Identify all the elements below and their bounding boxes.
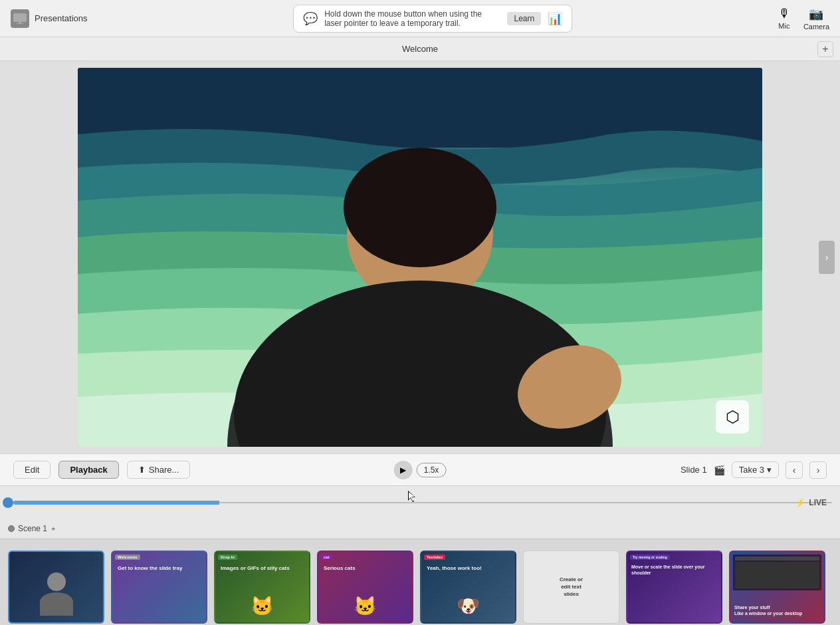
slide-item-5[interactable]: Textideo Yeah, those work too! 🐶 🎬 5 <box>420 551 516 626</box>
lightning-icon: ⚡ <box>795 498 805 507</box>
play-button[interactable]: ▶ <box>394 461 413 479</box>
presentations-icon <box>11 9 29 28</box>
camera-icon: 📷 <box>809 7 823 21</box>
slide-item-7[interactable]: Try moving or scaling Move or scale the … <box>626 551 722 626</box>
scene-label: Scene 1 <box>18 524 47 533</box>
top-bar: Presentations 💬 Hold down the mouse butt… <box>0 0 840 37</box>
top-bar-controls: 🎙 Mic 📷 Camera <box>778 7 829 31</box>
tab-1[interactable] <box>7 47 25 52</box>
slide-thumb-5[interactable]: Textideo Yeah, those work too! 🐶 <box>420 551 516 624</box>
share-button[interactable]: ⬆ Share... <box>127 461 191 479</box>
prev-slide-button[interactable]: ‹ <box>786 461 803 479</box>
slide-tray: 🎬 1. Presenter Only Welcomes Get to know… <box>0 539 840 625</box>
slide-thumb-8[interactable]: Share your stuffLike a window or your de… <box>729 551 825 624</box>
3d-cube-icon: ⬡ <box>716 400 749 434</box>
svg-rect-0 <box>13 13 27 22</box>
slide-6-text: Create oredit textslides <box>560 576 583 598</box>
chat-icon: 💬 <box>303 11 318 26</box>
scene-bar: Scene 1 ✦ <box>0 519 840 539</box>
slide-thumb-7[interactable]: Try moving or scaling Move or scale the … <box>626 551 722 624</box>
timeline-progress <box>13 501 219 505</box>
chart-icon: 📊 <box>548 11 562 26</box>
playback-controls: ▶ 1.5x <box>394 461 447 479</box>
next-slide-button[interactable]: › <box>809 461 827 479</box>
hint-banner: 💬 Hold down the mouse button when using … <box>293 5 572 33</box>
app-title: Presentations <box>35 13 88 23</box>
tab-3[interactable] <box>44 47 62 52</box>
speed-button[interactable]: 1.5x <box>417 463 447 477</box>
scene-edit-hint[interactable]: ✦ <box>51 525 56 533</box>
slide-item-6[interactable]: Create oredit textslides 6 <box>523 551 619 626</box>
live-indicator: ⚡ LIVE <box>795 498 827 507</box>
slide-info: Slide 1 <box>681 465 707 475</box>
slide-thumb-2[interactable]: Welcomes Get to know the slide tray <box>111 551 207 624</box>
svg-rect-2 <box>17 23 23 24</box>
wave-svg <box>78 68 762 447</box>
playback-button[interactable]: Playback <box>58 461 118 479</box>
toolbar-right: Slide 1 🎬 Take 3 ▾ ‹ › <box>681 461 827 479</box>
take-button[interactable]: Take 3 ▾ <box>732 461 779 478</box>
slide-thumb-6[interactable]: Create oredit textslides <box>523 551 619 624</box>
expand-button[interactable]: › <box>819 241 835 274</box>
slide-item-1[interactable]: 🎬 1. Presenter Only <box>8 551 104 626</box>
add-tab-button[interactable]: + <box>817 41 833 57</box>
hint-text: Hold down the mouse button when using th… <box>324 9 500 28</box>
tab-2[interactable] <box>25 47 44 52</box>
slide-item-8[interactable]: Share your stuffLike a window or your de… <box>729 551 825 626</box>
presenter-avatar <box>37 572 76 619</box>
film-icon: 🎬 <box>714 465 725 475</box>
video-container: ⬡ <box>78 68 762 447</box>
slide-thumb-4[interactable]: cat Serious cats 🐱 <box>317 551 413 624</box>
slide-thumb-1[interactable] <box>8 551 104 624</box>
mic-control[interactable]: 🎙 Mic <box>778 7 790 30</box>
share-icon: ⬆ <box>138 465 146 475</box>
top-bar-left: Presentations <box>11 9 88 28</box>
toolbar: Edit Playback ⬆ Share... ▶ 1.5x Slide 1 … <box>0 453 840 485</box>
tab-bar: Welcome + <box>0 37 840 61</box>
mic-label: Mic <box>778 22 789 30</box>
mic-icon: 🎙 <box>778 7 790 21</box>
slide-item-4[interactable]: cat Serious cats 🐱 🎬 4 <box>317 551 413 626</box>
timeline-playhead[interactable] <box>3 497 13 508</box>
tab-title: Welcome <box>402 44 438 54</box>
main-area: ⬡ › <box>0 61 840 453</box>
learn-button[interactable]: Learn <box>507 12 541 25</box>
camera-control[interactable]: 📷 Camera <box>803 7 829 31</box>
slide-item-3[interactable]: Drop In Images or GIFs of silly cats 🐱 🎬… <box>214 551 310 626</box>
timeline: ⚡ LIVE <box>0 485 840 519</box>
camera-label: Camera <box>803 23 829 31</box>
slide-thumb-3[interactable]: Drop In Images or GIFs of silly cats 🐱 <box>214 551 310 624</box>
svg-point-11 <box>344 148 496 267</box>
slide-item-2[interactable]: Welcomes Get to know the slide tray 🎬 2 <box>111 551 207 626</box>
timeline-track[interactable] <box>219 502 832 503</box>
scene-dot <box>8 525 15 532</box>
live-label: LIVE <box>809 498 827 507</box>
play-icon: ▶ <box>400 465 406 475</box>
edit-button[interactable]: Edit <box>13 461 51 479</box>
take-dropdown-icon: ▾ <box>767 465 772 475</box>
